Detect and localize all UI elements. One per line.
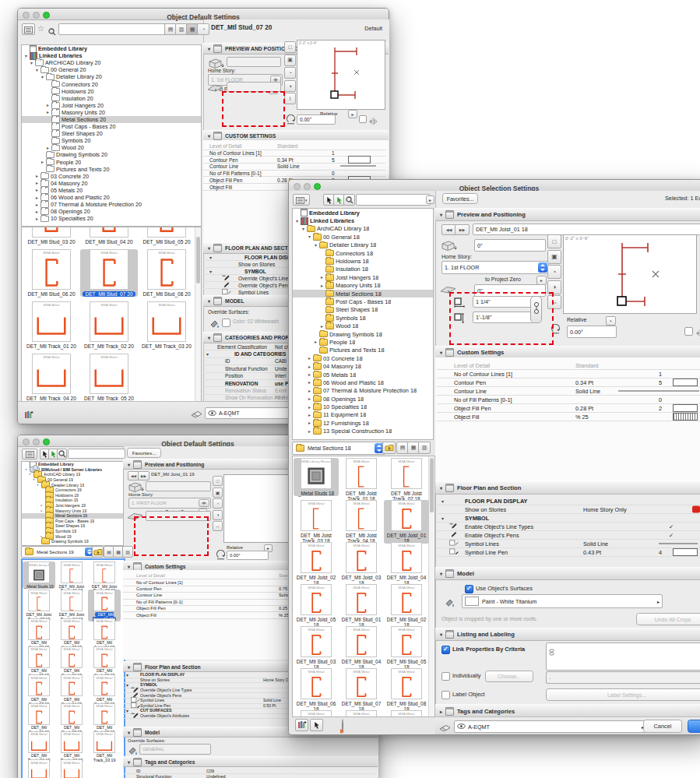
tree-item[interactable]: Drawing Symbols 19 xyxy=(22,539,123,544)
add-library-button[interactable] xyxy=(295,719,308,731)
favorites-button[interactable]: Favorites... xyxy=(442,193,478,204)
criteria-field[interactable] xyxy=(546,642,700,671)
thumbnail-cell[interactable]: MSA MetalDET_Mtl Joist_04 18 xyxy=(384,542,429,586)
individually-value-field[interactable]: - xyxy=(546,671,700,684)
thumbnail-cell[interactable]: MSA MetalDET_Mtl Stud_03 18 xyxy=(294,626,339,670)
thumbnail-cell[interactable]: MSA MetalDET_Mtl Track_04 19 xyxy=(23,759,55,778)
thumbnail-cell[interactable]: MSA MetalDET_Mtl Track_05 20 xyxy=(80,354,138,401)
thumbnail-cell[interactable]: MSA MetalDET_Mtl Stud_07 19 xyxy=(55,703,88,735)
tree-item[interactable]: ▸Wood 19 xyxy=(22,533,123,539)
scrollbar[interactable] xyxy=(428,456,434,716)
folder-dropdown[interactable]: Metal Sections 18 xyxy=(292,442,385,455)
setting-value[interactable]: 0.43 Pt xyxy=(583,548,601,555)
line-type-swatch[interactable] xyxy=(659,543,698,544)
rotation-angle-field[interactable]: 0.00° xyxy=(567,326,617,338)
thumbnail-cell[interactable]: MSA MetalDET_Mtl Stud_08 20 xyxy=(138,249,195,297)
height-field[interactable]: 1'-1/8" xyxy=(473,312,533,323)
section-view-icon[interactable]: ▣ xyxy=(547,250,561,264)
object-settings-button[interactable] xyxy=(310,719,323,731)
disclosure-icon[interactable]: ▸ xyxy=(45,110,51,114)
thumbnail-cell[interactable]: MSA MetalDET_Mtl Stud_06 20 xyxy=(23,249,80,297)
setting-value[interactable]: Solid Line xyxy=(575,387,600,394)
mirror-checkbox[interactable] xyxy=(359,115,367,123)
thumbnail-cell[interactable]: MSA MetalDET_Mtl Joist_01 18 xyxy=(384,500,429,544)
thumbnail-cell[interactable]: MSA MetalDET_Mtl Joist_03 18 xyxy=(339,542,384,586)
home-story-dropdown[interactable]: 1. FIRST FLOOR xyxy=(128,498,211,509)
search-options-button[interactable]: ▸ xyxy=(426,195,434,204)
thumbnail-cell[interactable]: MSA MetalDET_Mtl Track_03 20 xyxy=(138,301,195,349)
setting-value[interactable]: 0.28 Pt xyxy=(575,404,593,411)
thumbnail-cell[interactable]: MSA MetalDET_Mtl Stud_07 18 xyxy=(339,668,384,712)
pen-color-swatch[interactable] xyxy=(673,413,698,421)
tree-item[interactable]: ▸04 Masonry 20 xyxy=(22,180,201,187)
disclosure-icon[interactable]: ▸ xyxy=(319,275,325,280)
disclosure-icon[interactable]: ▾ xyxy=(313,243,318,248)
arrows-view-icon[interactable]: ⇔ xyxy=(547,295,561,309)
thumbnail-cell[interactable]: MSA MetalDET_Mtl Stud_05 18 xyxy=(384,626,429,670)
close-button[interactable] xyxy=(294,183,301,190)
disclosure-icon[interactable]: ▾ xyxy=(31,478,37,481)
minimize-button[interactable] xyxy=(304,183,311,190)
tree-item[interactable]: ▸07 Thermal & Moisture Protection 20 xyxy=(22,201,201,208)
axonometry-view-icon[interactable]: ◔ xyxy=(284,67,296,79)
section-view-icon[interactable]: ▣ xyxy=(213,488,223,498)
setting-value[interactable]: Home Story Only xyxy=(583,505,627,512)
tree-item[interactable]: ▸08 Openings 18 xyxy=(293,395,433,403)
tree-item[interactable]: Drawing Symbols 18 xyxy=(293,330,433,338)
thumbnail-cell[interactable]: MSA MetalDET_Mtl Stud_04 19 xyxy=(55,674,88,706)
tree-item[interactable]: Pictures and Texts 20 xyxy=(22,166,201,173)
search-input[interactable] xyxy=(356,194,431,206)
tree-item[interactable]: ▸03 Concrete 20 xyxy=(22,173,201,180)
tree-item[interactable]: Metal Sections 19 xyxy=(22,513,123,519)
tree-item[interactable]: Metal Sections 20 xyxy=(22,116,201,123)
tree-item[interactable]: Post Caps - Bases 19 xyxy=(22,519,123,524)
tree-item[interactable]: Symbols 20 xyxy=(22,137,201,144)
disclosure-icon[interactable]: ▸ xyxy=(40,160,45,164)
search-icon[interactable] xyxy=(48,25,56,39)
rotation-angle-field[interactable]: 0.00° xyxy=(297,114,336,125)
tree-item[interactable]: Steel Shapes 19 xyxy=(22,523,123,529)
tree-item[interactable]: Post Caps - Bases 20 xyxy=(22,123,201,130)
object-preview[interactable]: 0'-2" x 0'-4" xyxy=(297,40,385,110)
disclosure-icon[interactable]: ▸ xyxy=(34,188,40,192)
tree-item[interactable]: ▾00 General 18 xyxy=(293,233,433,241)
titlebar[interactable]: Object Selection Settings xyxy=(289,180,700,192)
use-object-surfaces-checkbox[interactable] xyxy=(465,585,473,593)
disclosure-icon[interactable]: ▸ xyxy=(307,421,312,425)
disclosure-icon[interactable]: ▾ xyxy=(301,227,306,231)
tree-item[interactable]: ▸06 Wood and Plastic 20 xyxy=(22,194,201,201)
plan-view-icon[interactable]: □ xyxy=(284,41,296,53)
pen-color-swatch[interactable] xyxy=(673,548,698,556)
layer-selector[interactable]: A-EQMT▸ xyxy=(454,720,647,733)
library-view-options-button[interactable] xyxy=(22,23,35,35)
pen-color-swatch[interactable] xyxy=(673,404,698,412)
thumbnail-cell[interactable]: MSA MetalDET_Mtl Stud_08 18 xyxy=(384,668,429,712)
thumbnail-cell[interactable]: MSA MetalDET_Mtl Joist Track_03 18 xyxy=(294,500,339,544)
disclosure-icon[interactable]: ▾ xyxy=(294,219,300,224)
thumbnail-cell[interactable]: MSA MetalDET_Mtl Stud_07 20 xyxy=(80,249,138,297)
tree-item[interactable]: ▾00 General 19 xyxy=(22,477,123,483)
axonometry-view-icon[interactable]: ◔ xyxy=(547,265,561,279)
size-view-icon[interactable]: ◑ xyxy=(284,80,296,92)
thumbnail-cell[interactable]: MSA MetalDET_Mtl Joist Track_03 19 xyxy=(23,590,55,621)
thumbnail-cell[interactable]: MSA Metal xyxy=(339,710,384,717)
object-preview[interactable]: 0'-2" x 0'-6" xyxy=(563,234,697,314)
individually-checkbox[interactable] xyxy=(441,672,450,681)
scrollbar[interactable] xyxy=(195,227,201,403)
disclosure-icon[interactable]: ▸ xyxy=(45,146,51,150)
view-mode-list-button[interactable]: ▥ xyxy=(418,442,431,454)
setting-value[interactable]: use P xyxy=(275,380,288,385)
mirror-checkbox[interactable] xyxy=(684,327,693,336)
setting-value[interactable]: Standard xyxy=(575,361,599,368)
setting-value[interactable]: Standard xyxy=(277,143,297,149)
tree-item[interactable]: ▸People 18 xyxy=(293,338,433,346)
close-button[interactable] xyxy=(23,12,30,19)
thumbnail-cell[interactable]: MSA MetalDET_Mtl Joist_02 19 xyxy=(23,618,55,650)
tree-item[interactable]: Steel Shapes 20 xyxy=(22,130,201,137)
tree-item[interactable]: Symbols 19 xyxy=(22,529,123,534)
thumbnail-cell[interactable]: MSA MetalDET_Mtl Stud_01 19 xyxy=(55,646,88,678)
setting-value[interactable]: C09 xyxy=(206,769,214,773)
disclosure-icon[interactable]: ▸ xyxy=(307,429,312,434)
library-view-options-button[interactable] xyxy=(22,449,37,459)
pen-color-swatch[interactable] xyxy=(673,378,698,386)
